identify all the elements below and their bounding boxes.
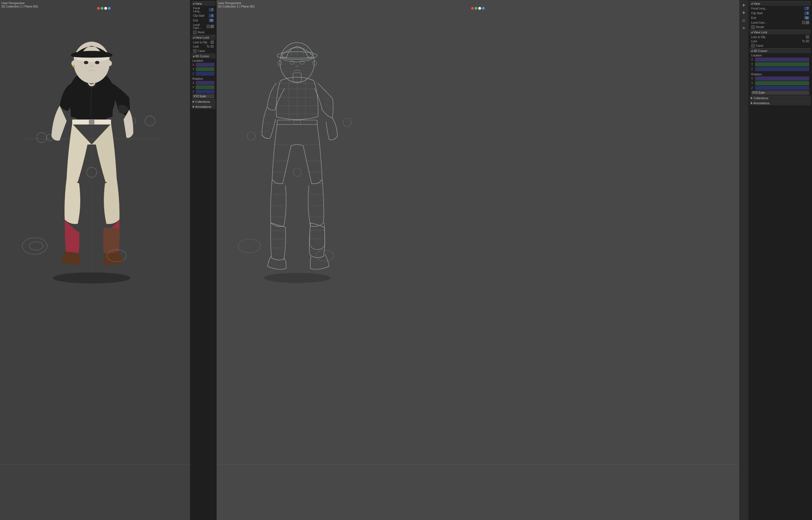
end-label-right: End	[751, 17, 804, 20]
cursor-3d-section-header-right[interactable]: 3D Cursor	[750, 48, 811, 53]
svg-point-74	[247, 132, 255, 140]
cursor-tool-icon-right[interactable]: ✛	[740, 2, 747, 8]
view-lock-arrow	[193, 37, 194, 38]
loc-z-input-right[interactable]	[755, 67, 809, 71]
grid-tool-icon-right[interactable]: ⊞	[740, 25, 747, 31]
rot-x-input-right[interactable]	[755, 76, 809, 81]
collections-arrow-right	[751, 97, 753, 99]
rot-z-input-right[interactable]	[755, 86, 809, 90]
rot-z-label-right: Z	[751, 86, 755, 89]
loc-z-row: Z	[192, 72, 215, 76]
axis-center-dot-right	[478, 7, 481, 10]
loc-y-input[interactable]	[196, 67, 215, 71]
axis-widget-left	[97, 7, 111, 10]
lock-label: Lock	[193, 45, 199, 48]
focal-length-value[interactable]: 7	[209, 8, 214, 12]
loc-x-input-right[interactable]	[755, 57, 809, 62]
loc-x-row: X	[192, 63, 215, 67]
cursor-rotation-group: Rotation: X Y Z XYZ Euler	[191, 77, 216, 99]
svg-line-66	[310, 238, 324, 239]
camera-label-right: Came	[756, 44, 763, 47]
rot-y-input[interactable]	[196, 85, 215, 89]
view-section-header[interactable]: View	[191, 1, 216, 6]
camera-tool-icon-right[interactable]: 🎥	[740, 17, 747, 23]
view-section-arrow-right	[751, 3, 753, 4]
render-checkbox-right[interactable]	[751, 25, 755, 29]
rot-y-row-right: Y	[751, 81, 809, 85]
collections-title-right: Collections	[753, 97, 768, 100]
cursor-location-group-right: Location: X Y Z	[750, 53, 811, 72]
loc-x-label-right: X	[751, 58, 755, 61]
loc-y-input-right[interactable]	[755, 62, 809, 67]
loc-x-input[interactable]	[196, 63, 215, 67]
view-lock-section-header-right[interactable]: View Lock	[750, 30, 811, 34]
end-value[interactable]: 50	[209, 19, 214, 22]
rot-x-label: X	[192, 81, 196, 84]
annotations-title-right: Annotations	[753, 101, 769, 105]
camera-checkbox[interactable]	[193, 49, 197, 53]
rot-y-label-right: Y	[751, 82, 755, 85]
svg-point-18	[29, 242, 43, 250]
svg-point-13	[145, 116, 155, 126]
loc-z-input[interactable]	[196, 72, 215, 76]
svg-line-57	[307, 172, 323, 172]
svg-line-43	[321, 90, 326, 91]
svg-line-45	[325, 105, 332, 108]
euler-dropdown[interactable]: XYZ Euler	[192, 94, 215, 98]
axis-widget-right	[471, 7, 485, 10]
rotation-label-right: Rotation:	[751, 73, 809, 76]
rot-y-input-right[interactable]	[755, 81, 809, 85]
rot-x-input[interactable]	[196, 81, 215, 85]
rot-x-label-right: X	[751, 77, 755, 80]
axis-center-dot	[105, 7, 107, 10]
axis-z-dot-right	[482, 7, 485, 10]
end-row-right: End 50	[750, 16, 811, 20]
annotations-section-header[interactable]: Annotations	[191, 104, 216, 109]
render-label: Rend	[198, 31, 204, 34]
loc-z-label-right: Z	[751, 68, 755, 71]
viewport-left-collection-label: (5) Collection 2 | Plane.001	[1, 5, 38, 8]
view-section-header-right[interactable]: View	[750, 1, 811, 6]
axis-z-dot	[108, 7, 111, 10]
svg-line-55	[303, 145, 321, 145]
annotations-arrow-right	[751, 102, 753, 104]
clip-start-value[interactable]: 0	[209, 14, 214, 18]
viewport-right-perspective-label: User Perspective	[218, 1, 255, 5]
viewport-left-info: User Perspective (5) Collection 2 | Plan…	[1, 1, 38, 8]
render-checkbox[interactable]	[193, 31, 197, 34]
viewport-right-info: User Perspective (5) Collection 2 | Plan…	[218, 1, 255, 8]
rotation-label: Rotation:	[192, 77, 215, 80]
euler-dropdown-right[interactable]: XYZ Euler	[751, 90, 809, 95]
view-lock-section-header[interactable]: View Lock	[191, 35, 216, 40]
local-cam-row-right: Local Cam...	[750, 20, 811, 25]
rot-z-row: Z	[192, 90, 215, 94]
local-cam-label: Local Cam...	[193, 23, 206, 29]
lock-row: Lock To 3D	[191, 45, 216, 49]
lock-to-obj-checkbox[interactable]	[211, 41, 214, 44]
camera-checkbox-right[interactable]	[751, 44, 755, 48]
collections-arrow	[193, 101, 194, 103]
svg-point-22	[264, 273, 331, 283]
local-cam-checkbox[interactable]	[206, 25, 210, 28]
rot-z-input[interactable]	[196, 90, 215, 94]
loc-y-label-right: Y	[751, 63, 755, 66]
svg-line-49	[272, 161, 289, 161]
annotations-section-header-right[interactable]: Annotations	[750, 101, 811, 105]
right-viewport-sidebar: ✛ ✥ 🎥 ⊞	[739, 0, 748, 520]
local-cam-checkbox-right[interactable]	[802, 21, 805, 24]
render-label-right: Rende	[756, 26, 764, 29]
collections-section-header[interactable]: Collections	[191, 99, 216, 104]
end-value-right[interactable]: 50	[804, 16, 809, 20]
clip-start-value-right[interactable]: 0	[804, 11, 809, 15]
collections-section-header-right[interactable]: Collections	[750, 96, 811, 100]
end-row: End 50	[191, 18, 216, 23]
cursor-3d-section-header[interactable]: 3D Cursor	[191, 54, 216, 58]
move-tool-icon-right[interactable]: ✥	[740, 10, 747, 16]
viewport-right[interactable]: User Perspective (5) Collection 2 | Plan…	[217, 0, 739, 520]
viewport-left[interactable]: User Perspective (5) Collection 2 | Plan…	[0, 0, 208, 520]
lock-to-obj-checkbox-right[interactable]	[806, 35, 809, 38]
local-cam-checkbox2-right[interactable]	[806, 21, 809, 24]
focal-length-value-right[interactable]: 7	[804, 7, 809, 10]
local-cam-checkbox2[interactable]	[211, 25, 214, 28]
clip-start-label-right: Clip Start	[751, 12, 804, 15]
